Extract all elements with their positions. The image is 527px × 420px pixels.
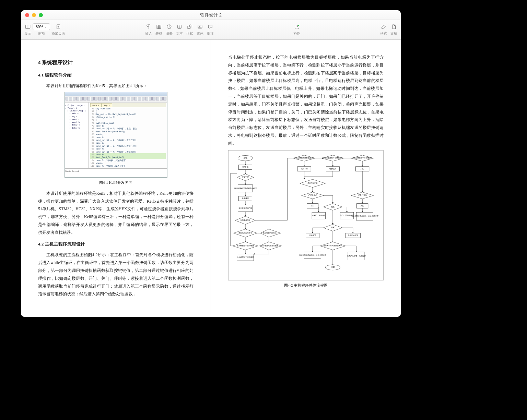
svg-text:门是打开的: 门是打开的 — [358, 194, 367, 196]
svg-text:声光报警: 声光报警 — [309, 234, 316, 236]
svg-text:关闭声光报警，电上报警: 关闭声光报警，电上报警 — [347, 254, 366, 256]
collab-group[interactable]: 协作 — [293, 23, 300, 36]
text-group[interactable]: 字 文本 — [176, 23, 183, 36]
svg-text:开门: 开门 — [311, 204, 314, 206]
app-window: 软件设计 2 显示 89% ⌄ 缩放 添加页面 插入 — [21, 10, 401, 317]
svg-text:当前电梯方向向上: 当前电梯方向向上 — [263, 232, 277, 234]
document-icon — [390, 23, 397, 30]
svg-text:按键下行: 按键下行 — [242, 176, 249, 178]
window-title: 软件设计 2 — [21, 12, 401, 18]
document-group[interactable]: 文稿 — [390, 23, 397, 36]
pie-icon — [166, 23, 173, 30]
brush-icon — [380, 23, 387, 30]
text-icon: 字 — [176, 23, 183, 30]
comment-icon — [207, 23, 214, 30]
media-icon — [197, 23, 203, 30]
media-group[interactable]: 媒体 — [197, 23, 203, 36]
svg-text:按下楼层高于当前楼层: 按下楼层高于当前楼层 — [261, 244, 278, 247]
svg-text:初始化: 初始化 — [242, 166, 248, 168]
zoom-select[interactable]: 89% ⌄ — [33, 23, 50, 30]
chevron-down-icon: ⌄ — [45, 25, 47, 28]
svg-text:字: 字 — [178, 25, 181, 28]
chart-group[interactable]: 图表 — [166, 23, 173, 36]
svg-text:清除当前楼层标志位、发送当前楼层: 清除当前楼层标志位、发送当前楼层 — [299, 254, 326, 256]
svg-text:关闭声光报警: 关闭声光报警 — [348, 234, 358, 236]
svg-text:超重: 超重 — [331, 226, 335, 228]
svg-point-18 — [298, 25, 299, 26]
zoom-group[interactable]: 89% ⌄ 缩放 — [33, 23, 50, 36]
sidebar-icon[interactable] — [24, 23, 31, 30]
shape-group[interactable]: 形状 — [186, 23, 193, 36]
p4-2-cont: 当电梯处于停止状态时，按下的电梯楼层数为目标楼层数，如果当前电梯为下行方向，当前… — [228, 53, 384, 147]
svg-rect-13 — [188, 26, 190, 29]
svg-rect-0 — [25, 25, 30, 29]
table-icon — [155, 23, 162, 30]
svg-text:超重: 超重 — [331, 205, 335, 207]
insert-group[interactable]: 插入 — [145, 23, 152, 36]
svg-text:检测按键: 检测按键 — [242, 197, 249, 199]
svg-text:电梯下降: 电梯下降 — [301, 167, 308, 169]
svg-text:当前电梯停止: 当前电梯停止 — [240, 219, 250, 221]
format-group[interactable]: 格式 — [380, 23, 387, 36]
page-right: 当电梯处于停止状态时，按下的电梯楼层数为目标楼层数，如果当前电梯为下行方向，当前… — [211, 40, 401, 317]
svg-text:不关门、声光报警: 不关门、声光报警 — [312, 214, 326, 216]
page-left: 4 系统程序设计 4.1 编程软件介绍 本设计所用到的编程软件为Keil5，其界… — [21, 40, 211, 317]
add-page-icon[interactable] — [55, 23, 62, 30]
svg-rect-5 — [157, 25, 161, 29]
svg-text:清除当前楼层标志位、发送当前楼层: 清除当前楼层标志位、发送当前楼层 — [351, 215, 378, 217]
svg-text:当前楼层比目标楼层低: 当前楼层比目标楼层低 — [324, 157, 341, 159]
collab-icon — [293, 23, 300, 30]
table-group[interactable]: 表格 — [155, 23, 162, 36]
svg-point-16 — [199, 26, 199, 27]
fig4-1-caption: 图4-1 Keil5开发界面 — [38, 179, 194, 186]
svg-point-17 — [296, 25, 298, 27]
svg-text:电梯上升: 电梯上升 — [329, 167, 336, 169]
add-page-group[interactable]: 添加页面 — [51, 23, 65, 36]
p4-1-2: 本设计所使用的编程环境是Keil5，相对于其他软件编程环境，Keil5更加的轻便… — [38, 190, 194, 237]
svg-text:显示开闭界面门等: 显示开闭界面门等 — [238, 207, 252, 209]
heading-4-2: 4.2 主机主程序流程设计 — [38, 240, 194, 249]
svg-text:当前电梯方向下行: 当前电梯方向下行 — [238, 232, 252, 234]
figure-keil-screenshot: ▸ Project project▸ Target 1▸ Source Grou… — [65, 92, 167, 178]
svg-text:是否停留定时: 是否停留定时 — [307, 182, 318, 184]
heading-4: 4 系统程序设计 — [38, 58, 194, 68]
svg-text:开门: 开门 — [361, 167, 364, 169]
svg-text:开始: 开始 — [243, 157, 247, 159]
svg-text:数据按键处理进行相应的处理: 数据按键处理进行相应的处理 — [234, 187, 257, 189]
toolbar: 显示 89% ⌄ 缩放 添加页面 插入 表格 — [21, 20, 401, 40]
fig4-2-caption: 图4-2 主机程序总体流程图 — [228, 282, 384, 289]
titlebar: 软件设计 2 — [21, 10, 401, 20]
svg-text:结束: 结束 — [331, 266, 335, 268]
document-content[interactable]: 4 系统程序设计 4.1 编程软件介绍 本设计所用到的编程软件为Keil5，其界… — [21, 40, 401, 317]
paragraph-icon — [145, 23, 152, 30]
svg-text:按下楼层小于当前楼层: 按下楼层小于当前楼层 — [237, 244, 254, 247]
figure-flowchart: 开始 初始化 按键下行 数据按键处理进行相应的处理 检测按键 显示开闭界面门等 … — [228, 150, 384, 280]
svg-text:目标楼层等于按下楼层: 目标楼层等于按下楼层 — [237, 256, 254, 258]
view-group[interactable]: 显示 — [24, 23, 31, 36]
p4-1-1: 本设计所用到的编程软件为Keil5，其界面如图4-1所示： — [38, 82, 194, 90]
p4-2-1: 主机系统的主流程图如图4-2所示；在主程序中：首先对各个模块进行初始化，随后进入… — [38, 251, 194, 298]
svg-text:当前楼层比目标楼层高: 当前楼层比目标楼层高 — [296, 157, 313, 159]
heading-4-1: 4.1 编程软件介绍 — [38, 71, 194, 80]
svg-text:当前楼层等于目标楼层: 当前楼层等于目标楼层 — [354, 157, 371, 159]
svg-text:关门: 关门 — [361, 204, 364, 206]
svg-text:清除大于方向清除当大项: 清除大于方向清除当大项 — [323, 244, 342, 247]
comment-group[interactable]: 批注 — [207, 23, 214, 36]
svg-text:门是关闭的: 门是关闭的 — [308, 194, 317, 196]
shape-icon — [186, 23, 193, 30]
